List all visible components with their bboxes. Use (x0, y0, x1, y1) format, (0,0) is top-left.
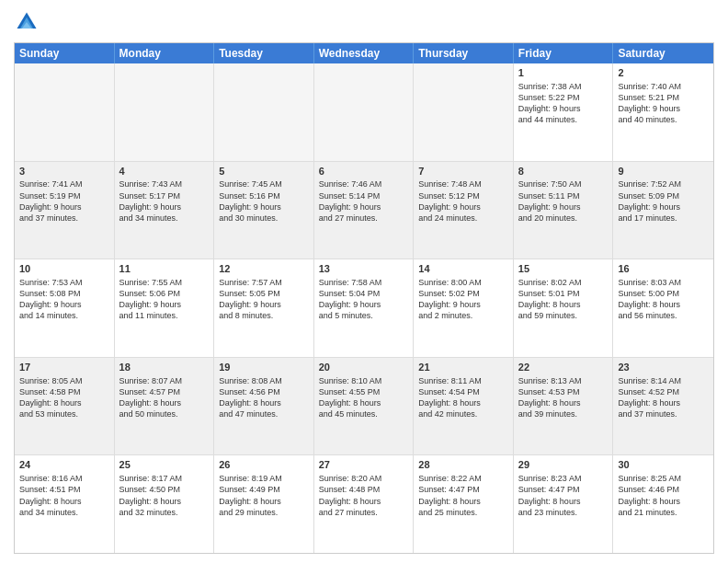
calendar-cell: 4Sunrise: 7:43 AMSunset: 5:17 PMDaylight… (115, 162, 215, 259)
day-number: 28 (418, 458, 508, 472)
calendar-cell (15, 63, 115, 161)
cell-info-line: Daylight: 8 hours (119, 496, 210, 507)
cell-info-line: Sunset: 5:01 PM (518, 288, 609, 299)
calendar-cell: 2Sunrise: 7:40 AMSunset: 5:21 PMDaylight… (613, 63, 713, 161)
calendar-cell: 19Sunrise: 8:08 AMSunset: 4:56 PMDayligh… (214, 358, 314, 455)
cell-info-line: and 17 minutes. (618, 213, 709, 224)
cell-info-line: Sunrise: 7:41 AM (19, 178, 109, 190)
calendar-cell: 5Sunrise: 7:45 AMSunset: 5:16 PMDaylight… (214, 162, 314, 259)
weekday-header: Wednesday (314, 43, 415, 63)
cell-info-line: Sunset: 4:47 PM (518, 484, 609, 495)
cell-info-line: Daylight: 8 hours (19, 397, 109, 408)
day-number: 25 (119, 458, 210, 472)
calendar-cell (314, 63, 415, 161)
cell-info-line: Sunset: 4:46 PM (618, 484, 709, 495)
cell-info-line: Sunset: 5:16 PM (219, 190, 309, 201)
weekday-header: Monday (115, 43, 215, 63)
cell-info-line: Sunset: 5:22 PM (518, 92, 609, 103)
cell-info-line: Sunrise: 8:25 AM (618, 473, 709, 484)
cell-info-line: and 37 minutes. (618, 408, 709, 419)
day-number: 3 (19, 165, 109, 178)
cell-info-line: Sunrise: 8:08 AM (219, 375, 309, 386)
cell-info-line: Sunset: 4:50 PM (119, 484, 210, 495)
calendar-row: 1Sunrise: 7:38 AMSunset: 5:22 PMDaylight… (15, 63, 713, 161)
day-number: 26 (219, 458, 309, 472)
cell-info-line: Sunset: 5:00 PM (618, 288, 709, 299)
cell-info-line: Sunrise: 8:10 AM (319, 375, 409, 386)
cell-info-line: Sunset: 5:19 PM (19, 190, 109, 201)
cell-info-line: Daylight: 8 hours (418, 496, 508, 507)
cell-info-line: Sunrise: 7:48 AM (418, 178, 508, 190)
day-number: 10 (19, 262, 109, 276)
cell-info-line: Daylight: 8 hours (119, 397, 210, 408)
calendar-cell: 16Sunrise: 8:03 AMSunset: 5:00 PMDayligh… (613, 259, 713, 357)
cell-info-line: and 59 minutes. (518, 310, 609, 321)
day-number: 15 (518, 262, 609, 276)
day-number: 29 (518, 458, 609, 472)
cell-info-line: Sunset: 4:53 PM (518, 386, 609, 397)
calendar-cell: 1Sunrise: 7:38 AMSunset: 5:22 PMDaylight… (514, 63, 614, 161)
calendar-cell: 7Sunrise: 7:48 AMSunset: 5:12 PMDaylight… (414, 162, 514, 259)
day-number: 9 (618, 165, 709, 178)
cell-info-line: Sunrise: 8:16 AM (19, 473, 109, 484)
calendar-cell: 21Sunrise: 8:11 AMSunset: 4:54 PMDayligh… (414, 358, 514, 455)
cell-info-line: Sunrise: 7:46 AM (319, 178, 409, 190)
day-number: 13 (319, 262, 409, 276)
calendar-cell: 15Sunrise: 8:02 AMSunset: 5:01 PMDayligh… (514, 259, 614, 357)
cell-info-line: and 44 minutes. (518, 114, 609, 125)
calendar-cell: 17Sunrise: 8:05 AMSunset: 4:58 PMDayligh… (15, 358, 115, 455)
cell-info-line: and 45 minutes. (319, 408, 409, 419)
logo (14, 9, 43, 35)
header (14, 9, 714, 35)
cell-info-line: and 56 minutes. (618, 310, 709, 321)
cell-info-line: and 53 minutes. (19, 408, 109, 419)
day-number: 27 (319, 458, 409, 472)
cell-info-line: and 8 minutes. (219, 310, 309, 321)
day-number: 23 (618, 361, 709, 374)
cell-info-line: Sunrise: 7:43 AM (119, 178, 210, 190)
cell-info-line: Daylight: 9 hours (418, 201, 508, 213)
cell-info-line: Daylight: 9 hours (518, 103, 609, 114)
cell-info-line: Sunset: 4:52 PM (618, 386, 709, 397)
cell-info-line: and 42 minutes. (418, 408, 508, 419)
cell-info-line: Daylight: 8 hours (319, 397, 409, 408)
cell-info-line: Sunrise: 7:38 AM (518, 81, 609, 92)
cell-info-line: Sunrise: 7:55 AM (119, 277, 210, 288)
cell-info-line: and 27 minutes. (319, 213, 409, 224)
cell-info-line: and 24 minutes. (418, 213, 508, 224)
calendar: SundayMondayTuesdayWednesdayThursdayFrid… (14, 42, 714, 554)
cell-info-line: Daylight: 9 hours (119, 299, 210, 310)
cell-info-line: and 34 minutes. (119, 213, 210, 224)
cell-info-line: Sunrise: 7:52 AM (618, 178, 709, 190)
day-number: 20 (319, 361, 409, 374)
cell-info-line: Sunrise: 8:17 AM (119, 473, 210, 484)
calendar-row: 3Sunrise: 7:41 AMSunset: 5:19 PMDaylight… (15, 161, 713, 259)
day-number: 5 (219, 165, 309, 178)
day-number: 2 (618, 66, 709, 80)
cell-info-line: and 32 minutes. (119, 507, 210, 518)
day-number: 12 (219, 262, 309, 276)
cell-info-line: Sunset: 5:12 PM (418, 190, 508, 201)
weekday-header: Thursday (414, 43, 514, 63)
cell-info-line: and 20 minutes. (518, 213, 609, 224)
cell-info-line: and 29 minutes. (219, 507, 309, 518)
cell-info-line: Sunset: 4:48 PM (319, 484, 409, 495)
cell-info-line: Sunrise: 7:50 AM (518, 178, 609, 190)
cell-info-line: Sunset: 4:57 PM (119, 386, 210, 397)
cell-info-line: Sunrise: 8:22 AM (418, 473, 508, 484)
cell-info-line: Daylight: 8 hours (19, 496, 109, 507)
calendar-cell (214, 63, 314, 161)
calendar-body: 1Sunrise: 7:38 AMSunset: 5:22 PMDaylight… (15, 63, 713, 553)
cell-info-line: Daylight: 8 hours (618, 496, 709, 507)
calendar-cell: 12Sunrise: 7:57 AMSunset: 5:05 PMDayligh… (214, 259, 314, 357)
cell-info-line: and 14 minutes. (19, 310, 109, 321)
day-number: 11 (119, 262, 210, 276)
cell-info-line: Daylight: 8 hours (418, 397, 508, 408)
calendar-cell: 26Sunrise: 8:19 AMSunset: 4:49 PMDayligh… (214, 455, 314, 553)
cell-info-line: Sunrise: 8:05 AM (19, 375, 109, 386)
weekday-header: Tuesday (214, 43, 314, 63)
calendar-cell: 29Sunrise: 8:23 AMSunset: 4:47 PMDayligh… (514, 455, 614, 553)
cell-info-line: and 50 minutes. (119, 408, 210, 419)
cell-info-line: Daylight: 8 hours (219, 496, 309, 507)
cell-info-line: and 2 minutes. (418, 310, 508, 321)
